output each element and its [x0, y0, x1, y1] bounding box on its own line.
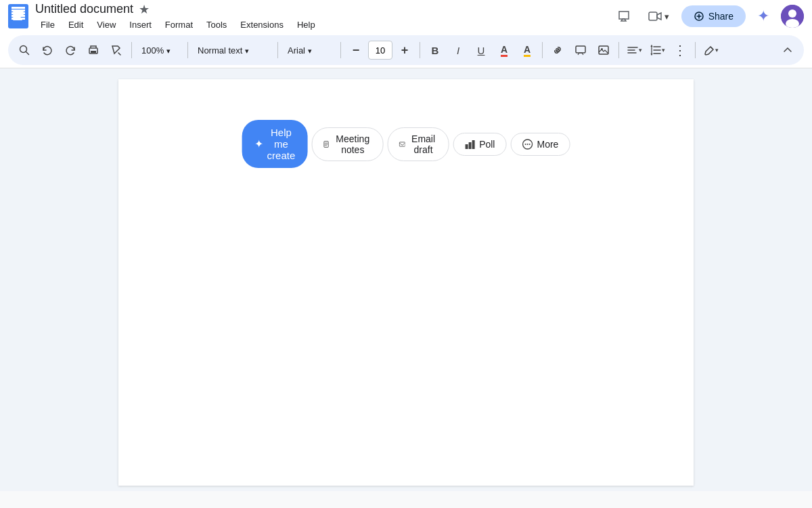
- share-label: Share: [708, 11, 734, 22]
- zoom-chevron: [166, 45, 171, 56]
- more-label: More: [537, 139, 558, 150]
- divider-2: [187, 42, 188, 58]
- text-color-button[interactable]: A: [493, 39, 515, 61]
- menu-tools[interactable]: Tools: [201, 18, 232, 31]
- editing-mode-button[interactable]: ▾: [700, 39, 721, 61]
- zoom-dropdown[interactable]: 100%: [136, 43, 183, 58]
- divider-8: [695, 42, 696, 58]
- meeting-notes-label: Meeting notes: [334, 133, 371, 155]
- italic-label: I: [457, 45, 459, 56]
- poll-label: Poll: [479, 139, 495, 150]
- svg-point-19: [524, 144, 526, 145]
- divider-1: [131, 42, 132, 58]
- underline-button[interactable]: U: [470, 39, 492, 61]
- bold-label: B: [432, 45, 439, 56]
- highlight-button[interactable]: A: [516, 39, 538, 61]
- font-size-increase[interactable]: +: [394, 39, 415, 61]
- svg-rect-16: [468, 142, 471, 149]
- menu-format[interactable]: Format: [160, 18, 198, 31]
- email-draft-label: Email draft: [409, 133, 437, 155]
- divider-5: [420, 42, 420, 58]
- star-icon[interactable]: ★: [139, 2, 150, 17]
- svg-rect-11: [599, 46, 608, 54]
- font-label: Arial: [288, 45, 305, 56]
- font-size-input[interactable]: 10: [368, 41, 392, 60]
- top-right-controls: ▾ Share ✦: [612, 4, 804, 28]
- share-button[interactable]: Share: [681, 5, 746, 27]
- style-chevron: [245, 45, 249, 56]
- divider-3: [277, 42, 278, 58]
- doc-icon: [8, 4, 28, 28]
- highlight-icon: A: [524, 44, 531, 57]
- email-draft-button[interactable]: Email draft: [387, 127, 449, 161]
- svg-rect-1: [13, 11, 24, 12]
- zoom-value: 100%: [141, 45, 164, 56]
- help-create-label: Help me create: [267, 127, 296, 161]
- svg-rect-14: [399, 142, 405, 146]
- meeting-notes-button[interactable]: Meeting notes: [311, 127, 383, 161]
- style-dropdown[interactable]: Normal text: [192, 43, 273, 58]
- link-button[interactable]: [547, 39, 568, 61]
- redo-button[interactable]: [60, 39, 81, 61]
- svg-rect-17: [472, 140, 474, 149]
- menu-view[interactable]: View: [91, 18, 121, 31]
- menu-edit[interactable]: Edit: [63, 18, 89, 31]
- more-options-button[interactable]: ⋮: [669, 39, 691, 61]
- paint-format-button[interactable]: [106, 39, 127, 61]
- font-chevron: [308, 45, 312, 56]
- comments-button[interactable]: [612, 4, 636, 28]
- divider-6: [542, 42, 543, 58]
- divider-4: [340, 42, 341, 58]
- doc-title[interactable]: Untitled document: [35, 2, 133, 16]
- font-size-decrease[interactable]: −: [345, 39, 367, 61]
- poll-button[interactable]: Poll: [453, 133, 506, 156]
- svg-rect-5: [649, 12, 657, 20]
- insert-image-button[interactable]: [593, 39, 614, 61]
- align-button[interactable]: ▾: [623, 39, 645, 61]
- print-button[interactable]: [83, 39, 104, 61]
- svg-rect-2: [13, 14, 24, 15]
- align-chevron: ▾: [639, 47, 642, 54]
- floating-action-bar: ✦ Help me create Meeting notes Email dra…: [242, 120, 570, 168]
- more-button[interactable]: More: [510, 133, 570, 156]
- user-avatar[interactable]: [781, 5, 804, 28]
- svg-point-20: [526, 144, 528, 145]
- editing-chevron: ▾: [715, 47, 719, 54]
- insert-comment-button[interactable]: [570, 39, 591, 61]
- divider-7: [618, 42, 619, 58]
- page-wrapper: ✦ Help me create Meeting notes Email dra…: [0, 68, 812, 491]
- gemini-button[interactable]: ✦: [752, 5, 774, 27]
- undo-button[interactable]: [37, 39, 58, 61]
- svg-point-21: [528, 144, 530, 145]
- meet-dropdown-icon: ▾: [664, 12, 669, 22]
- search-button[interactable]: [14, 39, 35, 61]
- svg-rect-3: [13, 16, 21, 18]
- text-color-icon: A: [501, 44, 508, 57]
- svg-rect-4: [13, 19, 22, 20]
- svg-rect-15: [465, 144, 468, 149]
- help-me-create-button[interactable]: ✦ Help me create: [242, 120, 308, 168]
- bold-button[interactable]: B: [424, 39, 446, 61]
- spacing-chevron: ▾: [662, 47, 665, 54]
- menu-insert[interactable]: Insert: [124, 18, 157, 31]
- menu-help[interactable]: Help: [292, 18, 321, 31]
- title-section: Untitled document ★ File Edit View Inser…: [35, 2, 605, 31]
- font-dropdown[interactable]: Arial: [282, 43, 336, 58]
- svg-rect-10: [576, 46, 585, 53]
- collapse-toolbar-button[interactable]: [777, 39, 798, 61]
- document-content[interactable]: ✦ Help me create Meeting notes Email dra…: [118, 79, 694, 486]
- style-label: Normal text: [198, 45, 242, 56]
- svg-rect-9: [91, 51, 96, 53]
- line-spacing-button[interactable]: ▾: [646, 39, 668, 61]
- menu-bar: File Edit View Insert Format Tools Exten…: [35, 18, 605, 31]
- underline-label: U: [478, 45, 485, 56]
- menu-file[interactable]: File: [35, 18, 60, 31]
- meet-button[interactable]: ▾: [643, 4, 675, 28]
- formatting-toolbar: 100% Normal text Arial − 10 + B I: [8, 35, 804, 65]
- italic-button[interactable]: I: [447, 39, 469, 61]
- menu-extensions[interactable]: Extensions: [235, 18, 289, 31]
- font-size-control: − 10 +: [345, 39, 415, 61]
- sparkle-icon: ✦: [254, 137, 263, 150]
